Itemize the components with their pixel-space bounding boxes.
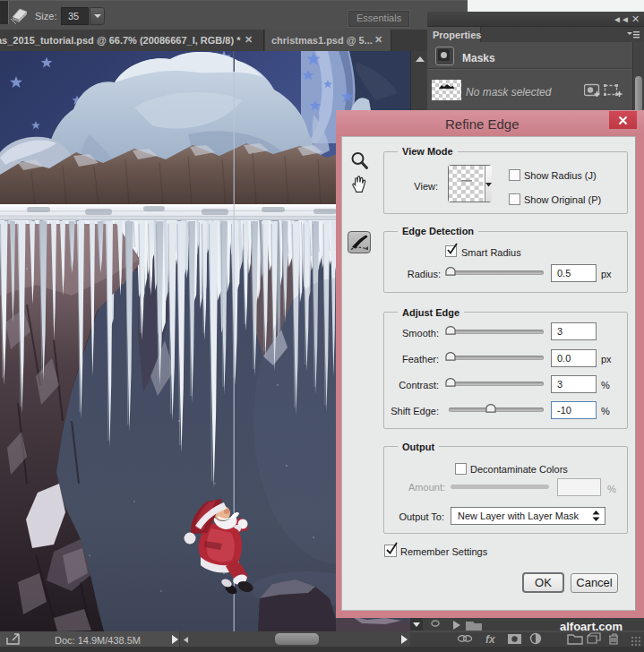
svg-text:fx: fx <box>485 633 496 646</box>
